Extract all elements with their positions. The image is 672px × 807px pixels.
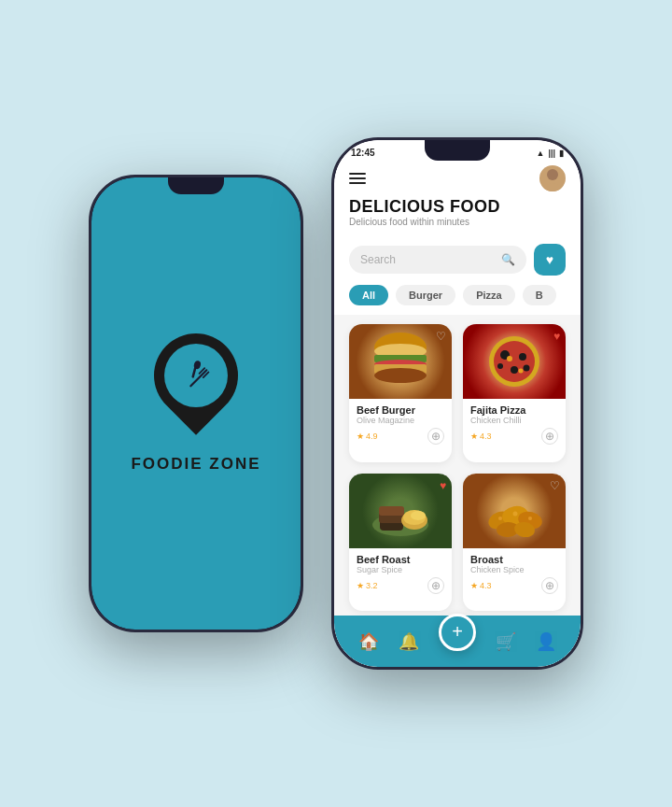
cutlery-icon	[175, 354, 217, 396]
header-top	[349, 165, 566, 191]
pizza-heart-icon[interactable]: ♥	[553, 330, 560, 343]
nav-profile[interactable]: 👤	[536, 631, 556, 652]
pizza-info: Fajita Pizza Chicken Chilli ★ 4.3 ⊕	[463, 399, 566, 450]
broast-name: Broast	[470, 554, 558, 565]
search-icon: 🔍	[501, 253, 515, 266]
roast-rating-value: 3.2	[366, 581, 378, 590]
category-pizza[interactable]: Pizza	[463, 285, 515, 305]
hamburger-menu[interactable]	[349, 173, 366, 184]
bottom-nav: 🏠 🔔 + 🛒 👤	[334, 616, 581, 667]
pin-inner	[164, 344, 228, 407]
nav-home[interactable]: 🏠	[358, 631, 379, 652]
svg-point-18	[497, 363, 503, 369]
signal-icon: |||	[548, 149, 555, 158]
broast-add-button[interactable]: ⊕	[541, 577, 558, 594]
svg-point-5	[547, 169, 558, 180]
svg-point-16	[519, 353, 526, 361]
burger-add-button[interactable]: ⊕	[427, 428, 444, 445]
svg-point-14	[494, 341, 535, 382]
roast-name: Beef Roast	[357, 554, 444, 565]
svg-point-19	[523, 365, 529, 372]
svg-point-20	[507, 356, 512, 361]
burger-source: Olive Magazine	[357, 416, 444, 425]
page-title: DELICIOUS FOOD	[349, 197, 566, 217]
svg-point-34	[498, 517, 502, 520]
wifi-icon: ▲	[537, 149, 545, 158]
roast-add-button[interactable]: ⊕	[427, 577, 444, 594]
food-card-beef-roast[interactable]: ♥ Beef Roast Sugar Spice ★ 3.2 ⊕	[349, 474, 452, 612]
burger-name: Beef Burger	[357, 404, 444, 416]
pizza-add-button[interactable]: ⊕	[541, 428, 558, 445]
roast-meta: ★ 3.2 ⊕	[357, 577, 444, 594]
svg-point-6	[543, 183, 562, 191]
burger-meta: ★ 4.9 ⊕	[357, 428, 444, 445]
roast-rating: ★ 3.2	[357, 581, 378, 590]
pin-icon	[154, 333, 238, 436]
nav-add-fab[interactable]: +	[439, 614, 476, 651]
star-icon: ★	[470, 581, 478, 590]
status-icons: ▲ ||| ▮	[537, 149, 564, 158]
burger-info: Beef Burger Olive Magazine ★ 4.9 ⊕	[349, 399, 452, 450]
status-time: 12:45	[351, 148, 375, 158]
category-burger[interactable]: Burger	[396, 285, 455, 305]
svg-point-21	[518, 369, 523, 374]
pizza-source: Chicken Chilli	[470, 416, 558, 425]
search-placeholder: Search	[360, 253, 496, 266]
svg-rect-25	[379, 506, 404, 516]
hamburger-line-1	[349, 173, 366, 175]
food-card-fajita-pizza[interactable]: ♥ Fajita Pizza Chicken Chilli ★ 4.3 ⊕	[463, 324, 566, 462]
categories-bar: All Burger Pizza B	[334, 285, 581, 315]
star-icon: ★	[470, 432, 478, 441]
broast-rating-value: 4.3	[480, 581, 492, 590]
roast-heart-icon[interactable]: ♥	[440, 479, 446, 492]
burger-heart-icon[interactable]: ♡	[436, 330, 446, 343]
category-more[interactable]: B	[523, 285, 556, 305]
pizza-image	[463, 324, 566, 399]
nav-cart[interactable]: 🛒	[496, 631, 516, 652]
star-icon: ★	[357, 432, 364, 441]
hamburger-line-2	[349, 177, 366, 179]
svg-point-12	[374, 368, 427, 383]
favorites-button[interactable]: ♥	[534, 244, 566, 276]
roast-image	[349, 474, 452, 548]
right-phone: 12:45 ▲ ||| ▮	[331, 137, 583, 670]
broast-heart-icon[interactable]: ♡	[550, 479, 560, 492]
roast-info: Beef Roast Sugar Spice ★ 3.2 ⊕	[349, 548, 452, 600]
page-subtitle: Delicious food within minutes	[349, 217, 566, 227]
battery-icon: ▮	[559, 149, 564, 158]
app-title: FOODIE ZONE	[131, 455, 260, 474]
broast-source: Chicken Spice	[470, 565, 558, 574]
right-notch	[425, 140, 490, 161]
user-avatar[interactable]	[539, 165, 566, 191]
broast-rating: ★ 4.3	[470, 581, 492, 590]
roast-source: Sugar Spice	[357, 565, 444, 574]
search-bar[interactable]: Search 🔍	[349, 246, 526, 274]
hamburger-line-3	[349, 182, 366, 184]
svg-point-28	[411, 511, 426, 520]
pizza-meta: ★ 4.3 ⊕	[470, 428, 558, 445]
app-screen: 12:45 ▲ ||| ▮	[334, 140, 581, 667]
nav-notifications[interactable]: 🔔	[399, 631, 419, 652]
food-card-broast[interactable]: ♡ Broast Chicken Spice ★ 4.3 ⊕	[463, 474, 566, 612]
pizza-name: Fajita Pizza	[470, 404, 558, 416]
svg-point-35	[512, 511, 517, 516]
pizza-rating-value: 4.3	[480, 432, 492, 441]
burger-rating: ★ 4.9	[357, 432, 378, 441]
search-section: Search 🔍 ♥	[334, 236, 581, 285]
broast-info: Broast Chicken Spice ★ 4.3 ⊕	[463, 548, 566, 600]
svg-point-36	[528, 517, 532, 520]
svg-point-17	[511, 366, 518, 374]
pizza-rating: ★ 4.3	[470, 432, 492, 441]
app-header: DELICIOUS FOOD Delicious food within min…	[334, 162, 581, 236]
food-card-beef-burger[interactable]: ♡ Beef Burger Olive Magazine ★ 4.9 ⊕	[349, 324, 452, 462]
broast-meta: ★ 4.3 ⊕	[470, 577, 558, 594]
splash-screen: FOODIE ZONE	[91, 177, 301, 630]
star-icon: ★	[357, 581, 364, 590]
category-all[interactable]: All	[349, 285, 388, 305]
svg-rect-1	[191, 366, 197, 378]
left-notch	[168, 177, 224, 194]
left-phone: FOODIE ZONE	[89, 175, 303, 632]
burger-rating-value: 4.9	[366, 432, 378, 441]
